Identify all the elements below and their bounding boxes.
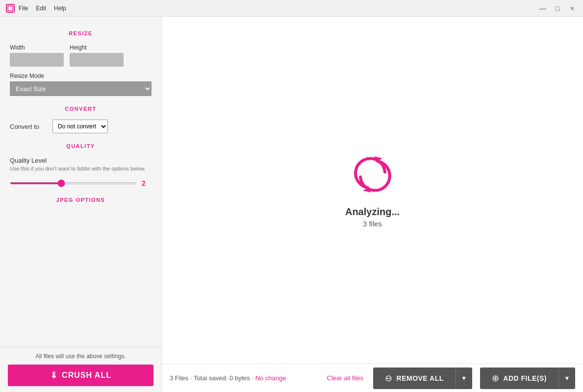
maximize-button[interactable]: □ xyxy=(553,4,562,12)
resize-mode-group: Resize Mode Exact Size Fit Width Fit Hei… xyxy=(10,73,152,96)
add-files-group: ⊕ ADD FILE(S) ▼ xyxy=(476,368,575,389)
resize-mode-label: Resize Mode xyxy=(10,73,152,79)
height-input[interactable] xyxy=(70,53,124,67)
remove-all-button[interactable]: ⊖ REMOVE ALL xyxy=(373,368,456,389)
convert-row: Convert to Do not convert JPEG PNG WebP xyxy=(10,120,152,133)
dimensions-row: Width Height xyxy=(10,44,152,67)
resize-mode-select[interactable]: Exact Size Fit Width Fit Height Fit Insi… xyxy=(10,81,152,96)
sidebar: RESIZE Width Height Resize Mode Exact Si… xyxy=(0,17,162,392)
quality-value: 2 xyxy=(142,179,152,187)
bottom-actions: ⊖ REMOVE ALL ▼ ⊕ ADD FILE(S) ▼ xyxy=(373,368,575,389)
quality-section-title: QUALITY xyxy=(10,143,152,149)
title-bar: File Edit Help — □ × xyxy=(0,0,583,17)
main-area: Analyzing... 3 files xyxy=(162,17,583,364)
chevron-down-icon: ▼ xyxy=(461,375,467,382)
height-group: Height xyxy=(70,44,124,67)
stats-text: 3 Files · Total saved: 0 bytes · xyxy=(170,374,255,382)
height-label: Height xyxy=(70,44,124,51)
bottom-bar: 3 Files · Total saved: 0 bytes · No chan… xyxy=(162,364,583,392)
quality-desc: Use this if you don't want to fiddle wit… xyxy=(10,165,152,172)
window-controls: — □ × xyxy=(538,4,577,12)
close-button[interactable]: × xyxy=(567,4,577,12)
app-icon xyxy=(6,4,15,13)
app-body: RESIZE Width Height Resize Mode Exact Si… xyxy=(0,17,583,392)
crush-icon: ⇓ xyxy=(50,370,58,381)
crush-btn-label: CRUSH ALL xyxy=(62,371,111,380)
crush-all-button[interactable]: ⇓ CRUSH ALL xyxy=(8,365,153,386)
add-btn-label: ADD FILE(S) xyxy=(503,374,547,382)
convert-section-title: CONVERT xyxy=(10,106,152,112)
minus-icon: ⊖ xyxy=(385,373,393,384)
width-input[interactable] xyxy=(10,53,64,67)
clear-all-button[interactable]: Clear all files xyxy=(327,374,363,382)
quality-slider[interactable] xyxy=(10,182,137,184)
sidebar-content: RESIZE Width Height Resize Mode Exact Si… xyxy=(0,17,161,346)
file-stats: 3 Files · Total saved: 0 bytes · No chan… xyxy=(170,374,327,382)
remove-btn-label: REMOVE ALL xyxy=(397,374,444,382)
no-change-badge: No change xyxy=(255,374,286,382)
all-files-note: All files will use the above settings. xyxy=(8,353,153,360)
menu-bar: File Edit Help xyxy=(19,5,538,12)
width-group: Width xyxy=(10,44,64,67)
menu-edit[interactable]: Edit xyxy=(36,5,46,12)
chevron-down-icon-add: ▼ xyxy=(564,375,570,382)
quality-level-label: Quality Level xyxy=(10,157,152,164)
add-dropdown-button[interactable]: ▼ xyxy=(558,368,575,389)
main-content: Analyzing... 3 files 3 Files · Total sav… xyxy=(162,17,583,392)
convert-to-label: Convert to xyxy=(10,123,47,130)
menu-file[interactable]: File xyxy=(19,5,28,12)
convert-to-select[interactable]: Do not convert JPEG PNG WebP xyxy=(52,120,108,133)
remove-dropdown-button[interactable]: ▼ xyxy=(456,368,472,389)
slider-row: 2 xyxy=(10,179,152,187)
remove-all-group: ⊖ REMOVE ALL ▼ xyxy=(373,368,472,389)
menu-help[interactable]: Help xyxy=(54,5,66,12)
analyzing-title: Analyzing... xyxy=(345,206,400,218)
sidebar-footer: All files will use the above settings. ⇓… xyxy=(0,346,161,392)
jpeg-section-title: JPEG OPTIONS xyxy=(10,197,152,203)
svg-rect-1 xyxy=(8,6,13,11)
resize-section-title: RESIZE xyxy=(10,30,152,36)
width-label: Width xyxy=(10,44,64,51)
plus-icon: ⊕ xyxy=(492,373,500,384)
add-files-button[interactable]: ⊕ ADD FILE(S) xyxy=(480,368,558,389)
minimize-button[interactable]: — xyxy=(538,4,548,12)
analyzing-sub: 3 files xyxy=(363,220,382,228)
quality-section: Quality Level Use this if you don't want… xyxy=(10,157,152,187)
analyzing-icon xyxy=(351,152,395,196)
